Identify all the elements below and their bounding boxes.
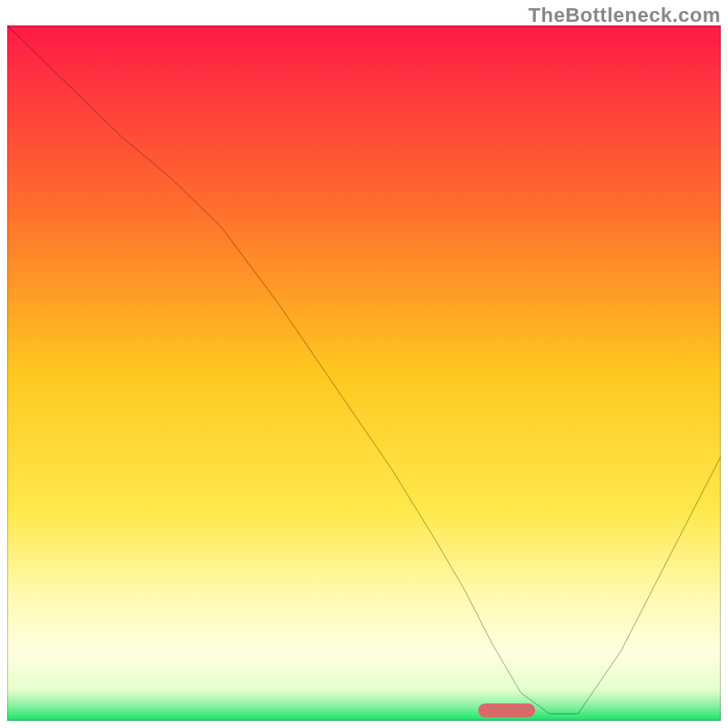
chart-stage: TheBottleneck.com <box>0 0 728 728</box>
chart-svg <box>7 25 721 721</box>
watermark-text: TheBottleneck.com <box>529 4 721 27</box>
bottleneck-marker <box>478 703 535 717</box>
